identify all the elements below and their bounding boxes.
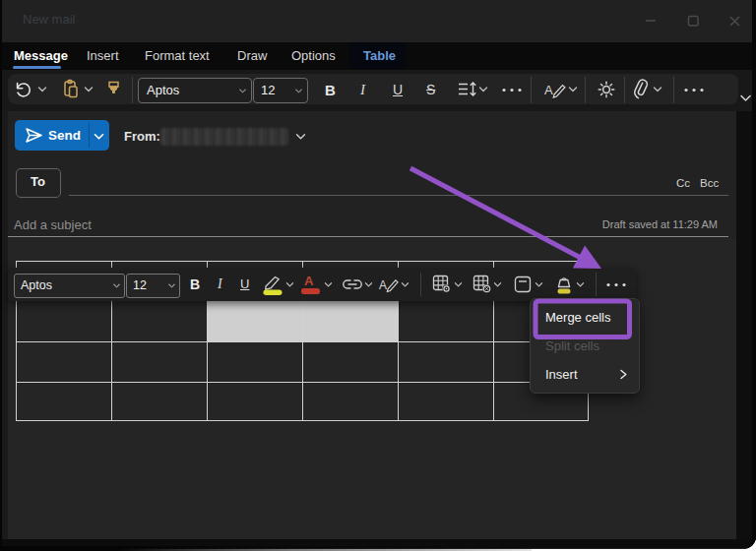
svg-text:A: A [379, 278, 387, 292]
svg-text:A: A [544, 83, 553, 97]
